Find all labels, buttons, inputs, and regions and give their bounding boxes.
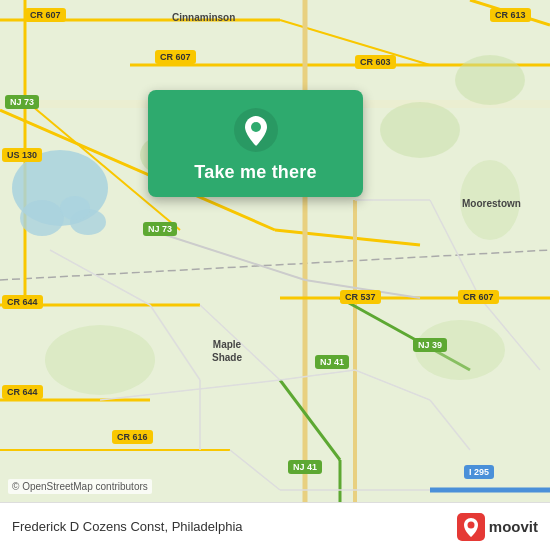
road-label-cr537: CR 537 bbox=[340, 290, 381, 304]
moovit-logo: moovit bbox=[457, 513, 538, 541]
road-label-nj41-2: NJ 41 bbox=[288, 460, 322, 474]
svg-point-54 bbox=[251, 122, 261, 132]
location-pin-icon bbox=[234, 108, 278, 152]
road-label-cr644-2: CR 644 bbox=[2, 385, 43, 399]
road-label-nj73-1: NJ 73 bbox=[5, 95, 39, 109]
svg-point-56 bbox=[467, 521, 474, 528]
business-name: Frederick D Cozens Const, Philadelphia bbox=[12, 519, 243, 534]
road-label-cr607-3: CR 607 bbox=[458, 290, 499, 304]
road-label-nj39: NJ 39 bbox=[413, 338, 447, 352]
moovit-brand-name: moovit bbox=[489, 518, 538, 535]
road-label-cr613: CR 613 bbox=[490, 8, 531, 22]
bottom-bar: Frederick D Cozens Const, Philadelphia m… bbox=[0, 502, 550, 550]
road-label-cr644-1: CR 644 bbox=[2, 295, 43, 309]
osm-credit: © OpenStreetMap contributors bbox=[8, 479, 152, 494]
road-label-us130: US 130 bbox=[2, 148, 42, 162]
place-label-maple-shade: MapleShade bbox=[212, 338, 242, 364]
place-label-cinnaminson: Cinnaminson bbox=[172, 12, 235, 23]
action-card[interactable]: Take me there bbox=[148, 90, 363, 197]
take-me-there-label: Take me there bbox=[194, 162, 316, 183]
road-label-nj41-1: NJ 41 bbox=[315, 355, 349, 369]
place-label-moorestown: Moorestown bbox=[462, 198, 521, 209]
road-label-nj73-2: NJ 73 bbox=[143, 222, 177, 236]
road-label-cr607-1: CR 607 bbox=[25, 8, 66, 22]
road-label-cr616: CR 616 bbox=[112, 430, 153, 444]
map-container: CR 607 CR 613 NJ 73 CR 607 CR 603 US 130… bbox=[0, 0, 550, 550]
road-label-cr603: CR 603 bbox=[355, 55, 396, 69]
road-label-i295: I 295 bbox=[464, 465, 494, 479]
moovit-brand-icon bbox=[457, 513, 485, 541]
road-label-cr607-2: CR 607 bbox=[155, 50, 196, 64]
